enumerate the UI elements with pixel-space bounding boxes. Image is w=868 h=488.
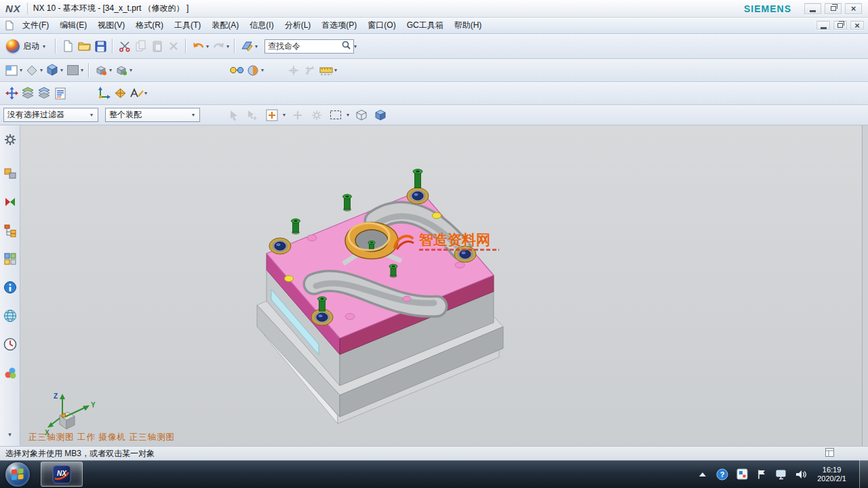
face-style-button[interactable]: [24, 62, 40, 79]
menu-analysis[interactable]: 分析(L): [279, 18, 317, 33]
measure-distance-button[interactable]: [318, 62, 334, 79]
cap-screw[interactable]: [413, 169, 422, 188]
menu-help[interactable]: 帮助(H): [449, 18, 488, 33]
menu-file[interactable]: 文件(F): [17, 18, 54, 33]
view-triad[interactable]: Z Y X: [43, 390, 100, 437]
selection-scope-select[interactable]: 整个装配 ▾: [105, 108, 200, 122]
save-button[interactable]: [92, 37, 108, 55]
screen-layout-button[interactable]: [3, 62, 20, 79]
menu-assemblies[interactable]: 装配(A): [206, 18, 244, 33]
process-studio-icon[interactable]: [1, 364, 19, 382]
chevron-down-icon[interactable]: ▾: [347, 112, 349, 118]
chevron-down-icon[interactable]: ▾: [354, 43, 357, 49]
menu-edit[interactable]: 编辑(E): [54, 18, 92, 33]
start-orb-button[interactable]: [5, 462, 30, 487]
new-file-button[interactable]: [60, 37, 76, 55]
show-desktop-button[interactable]: [859, 460, 868, 488]
taskbar-nx-app-button[interactable]: NX: [41, 462, 83, 487]
document-icon[interactable]: [5, 20, 14, 30]
assembly-constraints-button[interactable]: [20, 85, 36, 102]
cad-model[interactable]: [236, 157, 521, 434]
history-icon[interactable]: [1, 336, 19, 353]
orient-wcs-button[interactable]: [113, 62, 130, 79]
graphics-window[interactable]: 智造资料网 Z Y X: [20, 125, 868, 446]
network-tray-icon[interactable]: [775, 468, 787, 481]
cut-button[interactable]: [117, 37, 133, 55]
chevron-down-icon[interactable]: ▾: [20, 67, 22, 73]
guide-bushing[interactable]: [407, 188, 429, 204]
snap-settings-gear-icon[interactable]: [309, 106, 325, 124]
redo-button[interactable]: [210, 37, 226, 55]
chevron-down-icon[interactable]: ▾: [206, 43, 209, 49]
chevron-down-icon[interactable]: ▾: [283, 112, 285, 118]
child-restore-button[interactable]: [833, 20, 848, 30]
selection-filter-select[interactable]: 没有选择过滤器 ▾: [3, 108, 98, 122]
locating-ring[interactable]: [345, 222, 398, 259]
cap-screw[interactable]: [343, 195, 352, 211]
action-center-flag-icon[interactable]: [755, 468, 768, 481]
background-button[interactable]: [64, 62, 81, 79]
resource-bar-expand-chevron[interactable]: ▾: [1, 426, 19, 443]
help-tray-icon[interactable]: ?: [716, 468, 728, 481]
close-button[interactable]: ×: [844, 3, 863, 15]
volume-tray-icon[interactable]: [795, 468, 807, 481]
assembly-navigator-icon[interactable]: [1, 165, 19, 182]
chevron-down-icon[interactable]: ▾: [109, 67, 112, 73]
roles-gear-icon[interactable]: [1, 131, 19, 148]
cap-screw[interactable]: [368, 241, 375, 249]
cap-screw[interactable]: [292, 219, 300, 235]
add-snap-button[interactable]: [290, 106, 306, 124]
copy-button[interactable]: [133, 37, 149, 55]
child-close-button[interactable]: ×: [850, 20, 865, 30]
search-icon[interactable]: [342, 41, 351, 52]
shaded-cube-button[interactable]: [372, 106, 389, 124]
paste-button[interactable]: [149, 37, 165, 55]
window-grid-icon[interactable]: [825, 448, 834, 459]
menu-view[interactable]: 视图(V): [92, 18, 130, 33]
reuse-library-icon[interactable]: [1, 250, 19, 268]
ime-tray-icon[interactable]: [736, 468, 748, 481]
constraint-navigator-icon[interactable]: [1, 193, 19, 211]
menu-format[interactable]: 格式(R): [130, 18, 169, 33]
undo-button[interactable]: [190, 37, 206, 55]
chevron-down-icon[interactable]: ▾: [255, 43, 258, 49]
wcs-dynamics-button[interactable]: [96, 85, 112, 102]
child-minimize-button[interactable]: [816, 20, 831, 30]
delete-button[interactable]: [165, 37, 182, 55]
minimize-button[interactable]: [804, 3, 822, 15]
menu-window[interactable]: 窗口(O): [362, 18, 401, 33]
select-add-button[interactable]: [245, 106, 261, 124]
edit-object-display-button[interactable]: [245, 62, 261, 79]
orient-view-button[interactable]: [93, 62, 109, 79]
open-file-button[interactable]: [76, 37, 92, 55]
move-component-button[interactable]: [3, 85, 20, 102]
chevron-down-icon[interactable]: ▾: [81, 67, 83, 73]
menu-information[interactable]: 信息(I): [244, 18, 279, 33]
rendering-style-button[interactable]: [44, 62, 60, 79]
chevron-down-icon[interactable]: ▾: [334, 67, 337, 73]
chevron-down-icon[interactable]: ▾: [60, 67, 63, 73]
cap-screw[interactable]: [318, 297, 327, 311]
web-browser-icon[interactable]: [1, 307, 19, 325]
command-finder-input[interactable]: [268, 41, 340, 51]
chevron-down-icon[interactable]: ▾: [130, 67, 132, 73]
taskbar-clock[interactable]: 16:19 2020/2/1: [817, 466, 846, 483]
chevron-down-icon[interactable]: ▾: [261, 67, 264, 73]
menu-gc-toolbox[interactable]: GC工具箱: [401, 18, 449, 33]
chevron-down-icon[interactable]: ▾: [144, 90, 147, 96]
information-report-button[interactable]: [52, 85, 68, 102]
guide-bushing[interactable]: [311, 309, 333, 325]
select-cursor-button[interactable]: [226, 106, 242, 124]
menu-preferences[interactable]: 首选项(P): [316, 18, 362, 33]
hd3d-tools-icon[interactable]: [1, 279, 19, 296]
chevron-down-icon[interactable]: ▾: [226, 43, 229, 49]
hidden-icons-chevron[interactable]: [696, 468, 709, 481]
menu-tools[interactable]: 工具(T): [169, 18, 206, 33]
layer-settings-button[interactable]: [36, 85, 52, 102]
intersection-snap-button[interactable]: [302, 62, 318, 79]
show-hide-button[interactable]: [229, 62, 245, 79]
start-menu-button[interactable]: 启动 ▾: [3, 38, 52, 54]
part-navigator-icon[interactable]: [1, 222, 19, 239]
datum-csys-button[interactable]: [112, 85, 128, 102]
chevron-down-icon[interactable]: ▾: [40, 67, 43, 73]
